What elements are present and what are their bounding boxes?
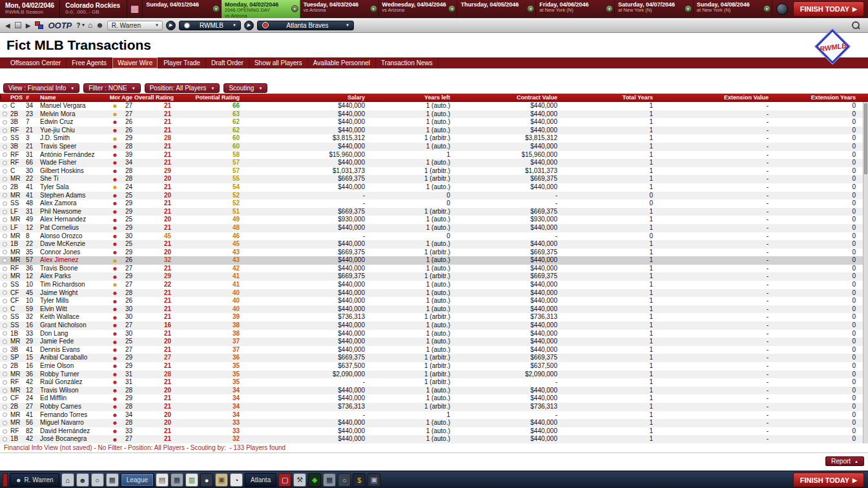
cell-name[interactable]: Elvin Witt	[39, 305, 108, 314]
col-header-extension-value[interactable]: Extension Value	[655, 94, 770, 102]
row-select-radio[interactable]	[3, 396, 7, 401]
row-select-radio[interactable]	[3, 234, 7, 238]
player-row[interactable]: 3B7Edwin Cruz☻262162$440,0001 (auto.)$44…	[0, 118, 868, 127]
col-header-salary[interactable]: Salary	[242, 94, 367, 102]
taskbar-diamond-icon[interactable]: ◆	[308, 473, 321, 487]
row-select-radio[interactable]	[3, 177, 7, 181]
calendar-day[interactable]: Wednesday, 04/04/2046vs Arizona▾	[379, 0, 458, 18]
vertical-scrollbar[interactable]	[863, 102, 868, 443]
row-select-radio[interactable]	[3, 437, 7, 442]
cell-name[interactable]: Travis Wilson	[39, 387, 108, 395]
back-button[interactable]: ◀	[4, 22, 12, 29]
tab-free-agents[interactable]: Free Agents	[67, 57, 112, 68]
player-row[interactable]: 1B42José Bocanegra☻272132$440,0001 (auto…	[0, 435, 868, 443]
player-row[interactable]: SS3J.D. Smith☻292860$3,815,3121 (arbitr.…	[0, 134, 868, 143]
taskbar-finish-today-button[interactable]: FINISH TODAY▶	[793, 473, 864, 487]
cell-name[interactable]: Jaime Wright	[39, 289, 108, 298]
report-button[interactable]: Report ▲	[825, 456, 864, 466]
player-row[interactable]: MR12Travis Wilson☻282034$440,0001 (auto.…	[0, 387, 868, 395]
cell-name[interactable]: Jamie Fede	[39, 338, 108, 346]
user-dropdown[interactable]: R. Warren ▾	[107, 21, 163, 30]
window-layout-icon[interactable]	[35, 21, 43, 29]
player-row[interactable]: MR12Alex Parks☻292941$669,3751 (arbitr.)…	[0, 272, 868, 281]
taskbar-buildings-icon[interactable]: ▦	[170, 473, 183, 487]
col-header-select[interactable]	[0, 94, 9, 102]
cell-name[interactable]: Dennis Evans	[39, 346, 108, 354]
player-row[interactable]: LF12Pat Cornelius☻292148$440,0001 (auto.…	[0, 224, 868, 232]
cell-name[interactable]: Alex Parks	[39, 272, 108, 281]
row-select-radio[interactable]	[3, 364, 7, 369]
player-row[interactable]: SS16Grant Nicholson☻271638$440,0001 (aut…	[0, 321, 868, 330]
day-dropdown-button[interactable]: ▾	[527, 5, 534, 12]
player-row[interactable]: MR57Alex Jimenez☻263243$440,0001 (auto.)…	[0, 256, 868, 265]
calendar-day[interactable]: Tuesday, 04/03/2046vs Arizona▾	[300, 0, 379, 18]
cell-name[interactable]: Alex Hernandez	[39, 216, 108, 224]
taskbar-finance-icon[interactable]: $	[353, 473, 366, 487]
row-select-radio[interactable]	[3, 323, 7, 328]
cell-name[interactable]: Robby Turner	[39, 371, 108, 379]
cell-name[interactable]: Fernando Torres	[39, 411, 108, 420]
row-select-radio[interactable]	[3, 429, 7, 434]
cell-name[interactable]: Raúl González	[39, 378, 108, 387]
player-row[interactable]: 3B21Travis Speer☻282160$440,0001 (auto.)…	[0, 143, 868, 151]
taskbar-magnifier-icon[interactable]: ○	[338, 473, 351, 487]
calendar-day[interactable]: Friday, 04/06/2046at New York (N)▾	[536, 0, 615, 18]
cell-name[interactable]: Melvin Mora	[39, 110, 108, 119]
manager-icon[interactable]: ☻	[96, 21, 104, 30]
player-row[interactable]: MR41Stephen Adams☻252052-0-0-0	[0, 192, 868, 200]
tab-transaction-news[interactable]: Transaction News	[376, 57, 439, 68]
player-row[interactable]: MR41Fernando Torres☻342034-1-1-0	[0, 411, 868, 420]
cell-name[interactable]: Yue-jiu Chiu	[39, 127, 108, 135]
player-row[interactable]: MR49Alex Hernandez☻252049$930,0001 (auto…	[0, 216, 868, 224]
player-row[interactable]: SP15Anibal Caraballo☻292736$669,3751 (ar…	[0, 354, 868, 362]
filter-filter[interactable]: Filter : NONE▼	[83, 83, 140, 93]
row-select-radio[interactable]	[3, 169, 7, 174]
taskbar-box-icon[interactable]: ▣	[215, 473, 228, 487]
player-row[interactable]: C30Gilbert Hoskins☻282957$1,031,3731 (ar…	[0, 167, 868, 176]
player-row[interactable]: 1B33Don Lang☻302138$440,0001 (auto.)$440…	[0, 330, 868, 338]
player-row[interactable]: MR22She Ti☻282055$669,3751 (arbitr.)$669…	[0, 175, 868, 183]
row-select-radio[interactable]	[3, 274, 7, 279]
player-row[interactable]: 2B23Melvin Mora☻272163$440,0001 (auto.)$…	[0, 110, 868, 119]
col-header-potential-rating[interactable]: Potential Rating	[173, 94, 242, 102]
player-row[interactable]: CF10Tyler Mills☻262140$440,0001 (auto.)$…	[0, 297, 868, 305]
calendar-day[interactable]: Thursday, 04/05/2046▾	[457, 0, 536, 18]
taskbar-documents-icon[interactable]: ▤	[156, 473, 169, 487]
col-header-name[interactable]: Name	[39, 94, 108, 102]
col-header-contract-value[interactable]: Contract Value	[452, 94, 559, 102]
row-select-radio[interactable]	[3, 145, 7, 149]
cell-name[interactable]: Alonso Orozco	[39, 232, 108, 241]
row-select-radio[interactable]	[3, 242, 7, 247]
col-header-years-left[interactable]: Years left	[367, 94, 452, 102]
taskbar-package-icon[interactable]: ▦	[323, 473, 336, 487]
row-select-radio[interactable]	[3, 128, 7, 133]
filter-view[interactable]: View : Financial Info▼	[3, 83, 79, 93]
col-header-total-years[interactable]: Total Years	[559, 94, 655, 102]
filter-scouting[interactable]: Scouting▼	[223, 83, 267, 93]
row-select-radio[interactable]	[3, 380, 7, 385]
player-row[interactable]: MR8Alonso Orozco☻304546-0-0-0	[0, 232, 868, 241]
day-dropdown-button[interactable]: ▾	[606, 5, 613, 12]
row-select-radio[interactable]	[3, 258, 7, 263]
tab-available-personnel[interactable]: Available Personnel	[308, 57, 376, 68]
row-select-radio[interactable]	[3, 405, 7, 409]
player-row[interactable]: SS32Keith Wallace☻302139$736,3131 (arbit…	[0, 313, 868, 321]
calendar-day[interactable]: Monday, 04/02/20462046 OPENING DAYvs Ari…	[222, 0, 300, 18]
filter-position[interactable]: Position: All Players▼	[145, 83, 220, 93]
day-dropdown-button[interactable]: ▾	[763, 5, 770, 12]
row-select-radio[interactable]	[3, 250, 7, 254]
cell-name[interactable]: Miguel Navarro	[39, 419, 108, 427]
taskbar-people-icon[interactable]: ☻	[76, 473, 89, 487]
col-header-extension-years[interactable]: Extension Years	[770, 94, 858, 102]
cell-name[interactable]: Alex Zamora	[39, 199, 108, 208]
calendar-icon[interactable]: ▦	[127, 0, 143, 18]
row-select-radio[interactable]	[3, 104, 7, 108]
taskbar-search-icon[interactable]: ○	[91, 473, 104, 487]
row-select-radio[interactable]	[3, 210, 7, 214]
row-select-radio[interactable]	[3, 193, 7, 198]
cell-name[interactable]: Alex Jimenez	[39, 256, 108, 265]
row-select-radio[interactable]	[3, 267, 7, 271]
help-button[interactable]: ? ▾	[76, 22, 85, 29]
calendar-day[interactable]: Saturday, 04/07/2046at New York (N)▾	[615, 0, 694, 18]
row-select-radio[interactable]	[3, 348, 7, 352]
